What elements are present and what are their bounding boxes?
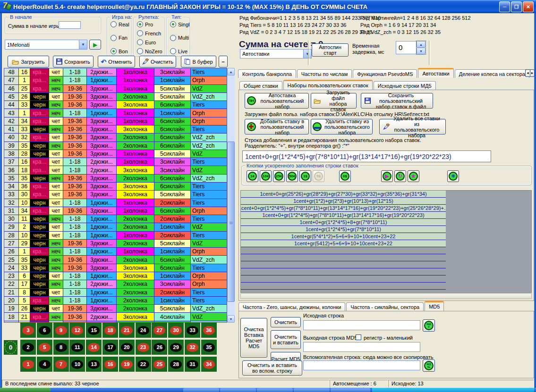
board-cell-10[interactable]: 10: [69, 357, 85, 372]
tab-контроль-банкролла[interactable]: Контроль банкролла: [238, 69, 296, 78]
board-cell-33[interactable]: 33: [185, 323, 200, 338]
insert-asterisk-button[interactable]: ✳: [447, 170, 459, 182]
tab-частоты-по-числам[interactable]: Частоты по числам: [297, 69, 352, 78]
bet-string-row[interactable]: 1cent+0+gr(25*26)+gr(28*29)+gr(27*30)+gr…: [241, 191, 446, 198]
close-button[interactable]: ✕: [523, 1, 534, 12]
radio-fan[interactable]: Fan: [111, 35, 130, 41]
board-cell-17[interactable]: 17: [102, 340, 118, 355]
bet-10cent-button[interactable]: 10¢: [260, 170, 272, 182]
insert-star-button[interactable]: ★: [408, 170, 419, 182]
board-cell-29[interactable]: 29: [168, 340, 184, 355]
taskbar-window-button[interactable]: [294, 388, 330, 392]
board-cell-13[interactable]: 13: [86, 357, 102, 372]
bet-string-row[interactable]: 1cent+gr(1*2)+gr(2*3)+gr(10*13)+gr(12*15…: [241, 198, 446, 205]
board-cell-30[interactable]: 30: [168, 323, 184, 338]
board-cell-36[interactable]: 36: [201, 323, 217, 338]
taskbar-window-button[interactable]: [257, 388, 293, 392]
board-cell-18[interactable]: 18: [102, 323, 118, 338]
tab-scroll-left-icon[interactable]: ◄: [525, 69, 530, 77]
bet-list-hscrollbar[interactable]: [240, 293, 532, 299]
tab-md5[interactable]: MD5: [425, 301, 444, 311]
bet-string-row[interactable]: 1cent+0+gr(1*2*4*5)+8+gr(7*8*10*11): [241, 219, 446, 226]
delay-input[interactable]: 0: [396, 41, 417, 54]
board-cell-7[interactable]: 7: [53, 357, 69, 372]
history-scrollbar[interactable]: ▲ ▼: [227, 68, 235, 323]
spinner-down-icon[interactable]: ▼: [417, 48, 425, 54]
board-cell-28[interactable]: 28: [168, 357, 184, 372]
bet-string-row[interactable]: 1cent+0+gr(1*2*4*5)+gr(7*8*10*11)+gr(13*…: [241, 205, 446, 212]
load-button[interactable]: Загрузить: [8, 56, 49, 67]
md5-aux-icon-button[interactable]: МД 5▸: [423, 359, 435, 372]
start-button-fragment[interactable]: [0, 388, 51, 392]
remove-bet-button[interactable]: ▬ Удалить ставку из пользовательского на…: [311, 119, 373, 134]
md5-clear-paste-aux-button[interactable]: Очистить и вставить во вспом. строку: [242, 360, 302, 375]
taskbar-window-button[interactable]: [183, 388, 219, 392]
scroll-up-icon[interactable]: ▲: [227, 68, 235, 75]
autobet-set-button[interactable]: ПН Автоставка пользовательский набор: [245, 93, 309, 108]
md5-clear-button[interactable]: Очистить: [271, 317, 301, 327]
board-cell-14[interactable]: 14: [86, 340, 102, 355]
bet-1dollar-button[interactable]: 1$: [299, 170, 311, 182]
bet-string-row[interactable]: 1cent+gr(5*4*1*2)+5+6+9+10+10cent+23+22: [241, 233, 446, 240]
scroll-down-icon[interactable]: ▼: [227, 315, 235, 323]
bet-0dollar-button[interactable]: 0$: [339, 170, 351, 182]
mode-select[interactable]: Автоставки ▼: [240, 49, 312, 58]
bet-string-row[interactable]: 1cent+0+gr(1*2*4*5)+gr(7*8*10*11)+gr(13*…: [241, 212, 446, 219]
bet-string-input[interactable]: [242, 150, 491, 162]
board-cell-3[interactable]: 3: [20, 323, 36, 338]
bet-25cent-button[interactable]: 25¢: [273, 170, 285, 182]
remove-all-bets-button[interactable]: Удалить все ставки из пользовательского …: [379, 119, 446, 134]
tab-частота-сиклайны-сектора[interactable]: Частота - сиклайны, сектора: [346, 302, 424, 311]
board-cell-24[interactable]: 24: [136, 323, 151, 338]
radio-nozero[interactable]: NoZero: [137, 48, 163, 54]
board-cell-32[interactable]: 32: [185, 340, 200, 355]
radio-pro[interactable]: Pro: [137, 21, 163, 27]
board-cell-23[interactable]: 23: [136, 340, 151, 355]
board-cell-27[interactable]: 27: [152, 323, 167, 338]
clear-button[interactable]: Очистить: [139, 56, 176, 67]
md5-combo-button[interactable]: Очистка Вставка Расчет MD5: [240, 318, 267, 358]
taskbar-active-window[interactable]: [372, 388, 534, 392]
tab-scroll-right-icon[interactable]: ►: [530, 69, 535, 77]
strategy-select[interactable]: 1Melonati ▼: [5, 40, 87, 50]
save-button[interactable]: Сохранить: [53, 56, 94, 67]
board-cell-34[interactable]: 34: [201, 357, 217, 372]
maximize-button[interactable]: ❐: [511, 1, 522, 12]
board-cell-0[interactable]: 0: [4, 340, 17, 355]
board-cell-25[interactable]: 25: [152, 357, 167, 372]
spinner-up-icon[interactable]: ▲: [417, 41, 425, 48]
insert-rotate-button[interactable]: ↻: [394, 170, 406, 182]
bet-strings-list[interactable]: 1cent+0+gr(25*26)+gr(28*29)+gr(27*30)+gr…: [240, 190, 532, 293]
tab-частота-zero-шансы-дюжины-колонки[interactable]: Частота - Zero, шансы, дюжины, колонки: [238, 302, 345, 311]
md5-calc-icon-button[interactable]: МД 5: [423, 319, 435, 332]
taskbar-window-button[interactable]: [331, 388, 370, 392]
tab-деление-колеса-на-сектора[interactable]: Деление колеса на сектора: [455, 69, 529, 78]
board-cell-19[interactable]: 19: [119, 357, 135, 372]
md5-source-input[interactable]: [303, 320, 420, 330]
radio-french[interactable]: French: [137, 30, 163, 36]
minimize-button[interactable]: ─: [499, 1, 510, 12]
load-bet-file-button[interactable]: Загрузить файл набора ставок: [311, 93, 357, 108]
board-cell-4[interactable]: 4: [37, 357, 52, 372]
tab-наборы-пользовательских-ставок[interactable]: Наборы пользовательских ставок: [283, 80, 373, 90]
board-cell-12[interactable]: 12: [69, 323, 85, 338]
board-cell-31[interactable]: 31: [185, 357, 200, 372]
md5-out-input[interactable]: [303, 342, 420, 352]
board-cell-5[interactable]: 5: [37, 340, 52, 355]
board-cell-15[interactable]: 15: [86, 323, 102, 338]
board-cell-20[interactable]: 20: [119, 340, 135, 355]
radio-bon[interactable]: Bon: [111, 48, 130, 54]
chevron-down-icon[interactable]: ▼: [79, 40, 87, 49]
radio-singl[interactable]: Singl: [170, 21, 188, 27]
lowercase-checkbox[interactable]: [356, 334, 361, 340]
board-cell-8[interactable]: 8: [53, 340, 69, 355]
bet-string-row[interactable]: 1cent+gr(1*2*4*5)+gr(7*8*10*11): [241, 226, 446, 233]
undo-button[interactable]: ↶ Отменить: [98, 56, 135, 67]
save-bet-file-button[interactable]: Сохранить пользовательский набор ставок …: [361, 93, 433, 108]
tab-общие-ставки[interactable]: Общие ставки: [239, 81, 282, 90]
collapse-button[interactable]: −: [219, 56, 228, 67]
board-cell-9[interactable]: 9: [53, 323, 69, 338]
to-buffer-button[interactable]: В буфер: [181, 56, 216, 67]
board-cell-16[interactable]: 16: [102, 357, 118, 372]
board-cell-22[interactable]: 22: [136, 357, 151, 372]
